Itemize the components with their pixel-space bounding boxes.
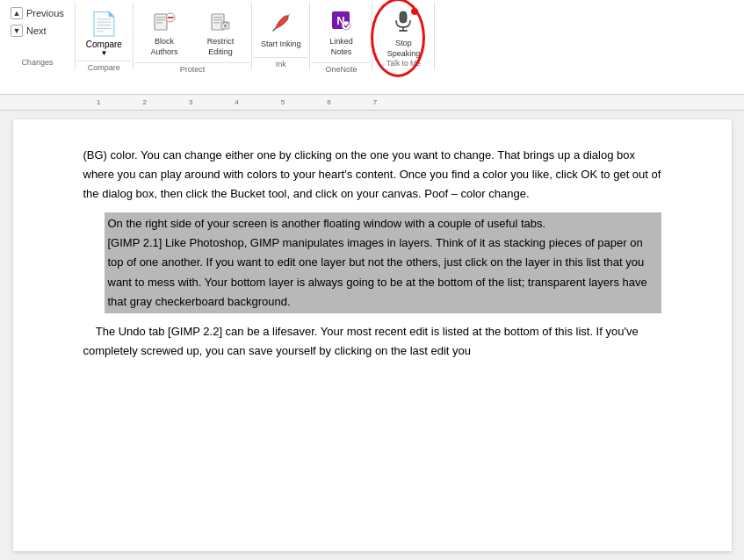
previous-button[interactable]: ▲ Previous [7, 5, 68, 21]
stop-red-badge [410, 7, 419, 16]
restrict-editing-button[interactable]: Restrict Editing [193, 5, 248, 61]
onenote-section: N Linked Notes OneNote [310, 2, 372, 70]
next-arrow-icon: ▼ [11, 25, 23, 37]
onenote-buttons: N Linked Notes [310, 2, 372, 62]
speech-buttons: Stop Speaking Talk to Me [372, 2, 434, 74]
ink-buttons: Start Inking [252, 2, 310, 57]
compare-buttons: 📄 Compare ▼ [76, 2, 133, 61]
svg-rect-1 [156, 17, 165, 18]
stop-icon-wrapper [391, 9, 415, 37]
linked-notes-icon: N [329, 9, 352, 35]
compare-section: 📄 Compare ▼ Compare [76, 2, 134, 70]
ink-section-label: Ink [254, 57, 308, 70]
protect-buttons: Block Authors [134, 2, 251, 62]
ribbon-content: ▲ Previous ▼ Next Changes 📄 Compare ▼ Co… [0, 0, 744, 72]
stop-speaking-label: Stop Speaking [381, 39, 425, 59]
next-button[interactable]: ▼ Next [7, 23, 68, 39]
paragraph-3: The Undo tab [GIMP 2.2] can be a lifesav… [83, 322, 661, 361]
ink-section: Start Inking Ink [252, 2, 311, 70]
compare-section-label: Compare [77, 61, 131, 74]
ribbon: ▲ Previous ▼ Next Changes 📄 Compare ▼ Co… [0, 0, 744, 95]
protect-section: Block Authors [134, 2, 252, 70]
svg-rect-11 [224, 25, 227, 27]
svg-rect-15 [400, 11, 407, 23]
compare-dropdown-icon: ▼ [100, 49, 107, 57]
ruler-marks: 1 2 3 4 5 6 7 [0, 95, 744, 110]
ruler: 1 2 3 4 5 6 7 [0, 95, 744, 111]
paragraph-2: On the right side of your screen is anot… [105, 212, 661, 312]
navigation-group: ▲ Previous ▼ Next Changes [0, 2, 76, 70]
block-authors-icon [153, 9, 176, 35]
svg-rect-8 [213, 19, 222, 21]
paragraph-1: (BG) color. You can change either one by… [83, 146, 661, 204]
svg-point-14 [342, 21, 350, 30]
svg-rect-9 [213, 22, 220, 24]
svg-rect-2 [156, 19, 165, 21]
changes-label: Changes [21, 58, 53, 67]
previous-arrow-icon: ▲ [11, 7, 23, 19]
document-page: (BG) color. You can change either one by… [13, 119, 732, 551]
compare-icon: 📄 [90, 11, 118, 38]
block-authors-button[interactable]: Block Authors [137, 5, 191, 61]
compare-button[interactable]: 📄 Compare ▼ [79, 5, 129, 59]
nav-buttons: ▲ Previous ▼ Next [7, 5, 68, 39]
restrict-editing-icon [209, 9, 232, 35]
stop-speaking-wrapper: Stop Speaking Talk to Me [376, 5, 430, 72]
svg-rect-3 [156, 22, 163, 24]
stop-speaking-icon [391, 9, 415, 37]
onenote-section-label: OneNote [312, 62, 370, 75]
svg-rect-7 [213, 17, 222, 18]
document-area: (BG) color. You can change either one by… [0, 111, 744, 560]
start-inking-button[interactable]: Start Inking [256, 8, 307, 54]
talk-to-me-label: Talk to Me [386, 59, 421, 68]
stop-speaking-button[interactable]: Stop Speaking Talk to Me [376, 5, 430, 72]
start-inking-icon [270, 11, 293, 38]
linked-notes-button[interactable]: N Linked Notes [314, 5, 368, 61]
speech-section: Stop Speaking Talk to Me Speech [372, 2, 435, 70]
protect-section-label: Protect [135, 62, 249, 75]
